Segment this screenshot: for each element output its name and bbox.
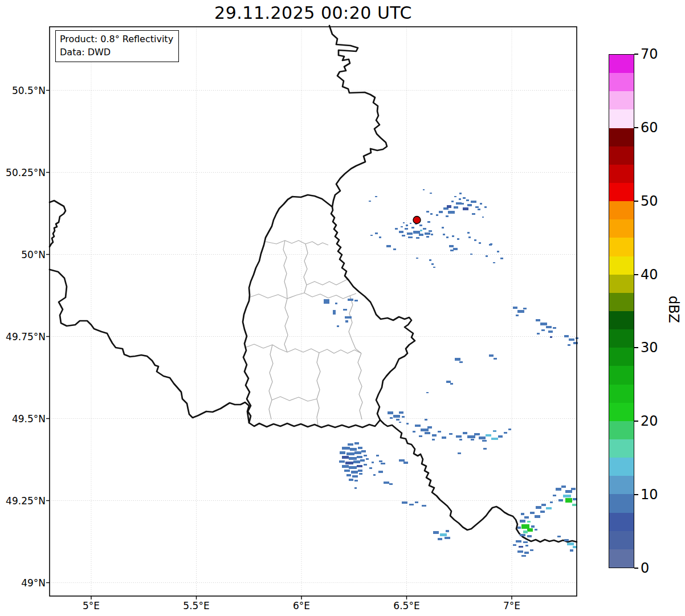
radar-echo <box>354 451 361 454</box>
y-axis-tick-label: 50°N <box>0 248 46 261</box>
radar-echo <box>572 504 577 506</box>
radar-echo <box>403 222 405 223</box>
colorbar-segment <box>609 421 634 439</box>
data-source-line: Data: DWD <box>60 46 173 59</box>
colorbar-segment <box>609 91 634 109</box>
radar-echo <box>431 263 434 265</box>
radar-echo <box>396 419 399 421</box>
colorbar-segment <box>609 385 634 403</box>
radar-echo <box>436 214 438 216</box>
radar-echo <box>536 319 540 321</box>
radar-echo <box>494 358 497 360</box>
radar-echo <box>447 205 451 208</box>
x-axis-tick-label: 5.5°E <box>165 600 228 611</box>
radar-echo <box>486 255 488 257</box>
radar-echo <box>530 512 535 514</box>
radar-echo <box>520 520 525 523</box>
radar-echo <box>431 234 433 235</box>
radar-echo <box>370 235 373 236</box>
colorbar-tick-label: 20 <box>641 413 680 430</box>
radar-echo <box>553 495 556 496</box>
radar-echo <box>454 206 458 209</box>
radar-echo <box>479 242 481 244</box>
radar-echo <box>430 193 432 194</box>
radar-echo <box>521 513 524 515</box>
radar-echo <box>486 434 491 436</box>
colorbar-tick-label: 30 <box>641 339 680 356</box>
colorbar-tick-mark <box>634 494 638 495</box>
radar-echo <box>455 358 460 361</box>
radar-echo <box>484 206 487 208</box>
radar-echo <box>531 525 535 528</box>
radar-echo <box>399 411 403 414</box>
radar-echo <box>345 462 353 464</box>
radar-echo <box>564 335 569 337</box>
radar-echo <box>426 211 429 213</box>
radar-echo <box>333 310 336 315</box>
radar-echo <box>527 535 532 537</box>
radar-echo <box>565 490 572 493</box>
radar-echo <box>471 439 474 440</box>
radar-echo <box>422 505 426 507</box>
radar-echo <box>379 236 381 238</box>
radar-echo <box>339 460 345 463</box>
radar-echo <box>401 226 403 227</box>
colorbar-segment <box>609 165 634 183</box>
radar-echo <box>463 432 467 434</box>
radar-echo <box>565 498 572 503</box>
radar-echo <box>324 299 329 304</box>
radar-echo <box>402 416 405 418</box>
radar-echo <box>457 238 459 240</box>
radar-echo <box>344 470 350 472</box>
radar-echo <box>345 320 348 323</box>
radar-echo <box>409 504 414 505</box>
radar-echo <box>570 549 573 552</box>
radar-echo <box>366 458 369 460</box>
radar-echo <box>407 232 413 235</box>
radar-echo <box>482 217 484 218</box>
colorbar-segment <box>609 348 634 366</box>
radar-figure: 29.11.2025 00:20 UTC Product: 0.8° Refle… <box>0 0 685 616</box>
radar-echo <box>497 251 499 252</box>
radar-echo <box>500 258 503 259</box>
radar-echo <box>524 552 529 554</box>
radar-echo <box>557 536 561 537</box>
radar-echo <box>523 541 528 543</box>
radar-echo <box>442 227 444 229</box>
radar-echo <box>446 236 448 238</box>
colorbar-segment <box>609 531 634 549</box>
radar-echo <box>527 521 531 523</box>
colorbar-segment <box>609 275 634 293</box>
radar-echo <box>361 450 366 452</box>
radar-echo <box>564 539 569 541</box>
radar-echo <box>410 223 411 224</box>
radar-echo <box>460 203 464 205</box>
colorbar-segment <box>609 549 634 568</box>
radar-echo <box>546 326 552 328</box>
radar-echo <box>513 307 517 309</box>
colorbar-tick-label: 60 <box>641 119 680 136</box>
map-background <box>50 27 577 596</box>
radar-echo <box>459 193 462 194</box>
radar-echo <box>372 462 374 463</box>
radar-echo <box>369 467 372 469</box>
radar-echo <box>427 426 432 429</box>
radar-echo <box>402 235 405 236</box>
radar-echo <box>416 258 418 259</box>
radar-echo <box>419 435 422 437</box>
radar-echo <box>540 323 547 325</box>
radar-echo <box>524 516 529 519</box>
radar-echo <box>491 438 498 440</box>
radar-echo <box>474 433 480 435</box>
radar-echo <box>375 196 377 197</box>
radar-echo <box>415 501 418 503</box>
colorbar-segment <box>609 293 634 311</box>
radar-echo <box>443 234 445 235</box>
radar-echo <box>448 211 455 214</box>
radar-echo <box>432 434 437 436</box>
radar-echo <box>521 555 526 557</box>
radar-echo <box>357 456 362 458</box>
radar-echo <box>433 531 439 534</box>
radar-echo <box>517 310 524 313</box>
radar-echo <box>523 531 528 533</box>
